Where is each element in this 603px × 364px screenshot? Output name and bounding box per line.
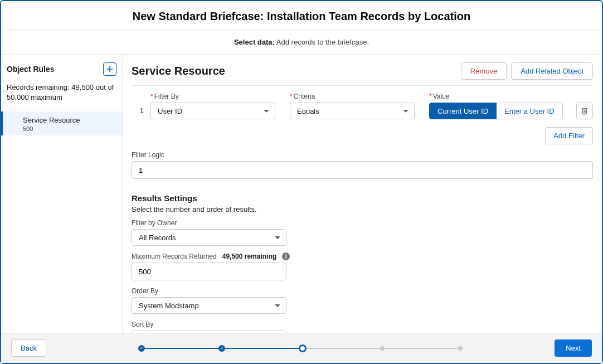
filter-row-1: 1 *Filter By User ID *Criteria Equals *V… <box>132 93 593 119</box>
records-remaining: Records remaining: 49,500 out of 50,000 … <box>1 82 122 110</box>
filter-logic-section: Filter Logic <box>132 151 593 179</box>
results-settings: Results Settings Select the number and o… <box>132 193 593 333</box>
remove-button[interactable]: Remove <box>461 62 507 80</box>
select-data-desc: Add records to the briefcase. <box>276 38 369 46</box>
current-user-id-toggle[interactable]: Current User ID <box>429 103 497 119</box>
progress-line-4 <box>385 348 458 349</box>
progress-line-2 <box>225 348 299 349</box>
order-by-group: Order By System Modstamp <box>132 287 593 314</box>
sidebar-title: Object Rules <box>7 65 55 74</box>
filter-logic-input[interactable] <box>132 161 593 179</box>
trash-icon <box>581 107 589 115</box>
modal-title: New Standard Briefcase: Installation Tea… <box>1 10 602 23</box>
criteria-col: *Criteria Equals <box>290 93 415 119</box>
criteria-select[interactable]: Equals <box>290 103 415 119</box>
filter-actions: Add Filter <box>132 127 593 144</box>
select-data-label: Select data: <box>234 38 275 46</box>
add-filter-button[interactable]: Add Filter <box>545 127 593 144</box>
filter-row-number: 1 <box>132 106 150 119</box>
progress-indicator <box>46 344 555 352</box>
info-icon[interactable]: i <box>282 253 290 260</box>
next-button[interactable]: Next <box>555 339 592 357</box>
modal-body: Object Rules Records remaining: 49,500 o… <box>1 54 602 333</box>
filter-owner-select[interactable]: All Records <box>132 229 286 246</box>
progress-step-1 <box>138 345 145 352</box>
progress-step-2 <box>218 345 225 352</box>
sidebar-item-name: Service Resource <box>23 116 116 124</box>
filter-by-col: *Filter By User ID <box>150 93 275 119</box>
max-records-group: Maximum Records Returned 49,500 remainin… <box>132 253 593 280</box>
filter-owner-group: Filter by Owner All Records <box>132 219 593 246</box>
modal-container: New Standard Briefcase: Installation Tea… <box>0 0 603 364</box>
main-header: Service Resource Remove Add Related Obje… <box>132 62 593 86</box>
sort-by-group: Sort By Descending <box>132 321 593 333</box>
modal-header: New Standard Briefcase: Installation Tea… <box>1 1 602 30</box>
add-related-object-button[interactable]: Add Related Object <box>511 62 593 80</box>
enter-user-id-toggle[interactable]: Enter a User ID <box>497 103 563 119</box>
results-sub: Select the number and order of results. <box>132 205 593 213</box>
filter-by-label: *Filter By <box>150 93 275 100</box>
order-by-label: Order By <box>132 287 593 295</box>
main-title: Service Resource <box>132 65 225 77</box>
max-records-label: Maximum Records Returned <box>132 253 217 260</box>
main-panel: Service Resource Remove Add Related Obje… <box>123 55 602 333</box>
plus-icon <box>106 66 113 72</box>
max-records-input[interactable] <box>132 263 286 280</box>
sidebar-header: Object Rules <box>1 62 122 82</box>
filter-owner-label: Filter by Owner <box>132 219 593 227</box>
sidebar-item-service-resource[interactable]: Service Resource 500 <box>1 111 122 135</box>
value-label: *Value <box>429 93 563 100</box>
back-button[interactable]: Back <box>11 339 46 357</box>
add-rule-button[interactable] <box>103 62 116 76</box>
delete-col <box>576 103 593 119</box>
results-heading: Results Settings <box>132 193 593 203</box>
progress-line-3 <box>307 348 380 349</box>
sort-by-select[interactable]: Descending <box>132 331 286 333</box>
sidebar-item-count: 500 <box>23 125 116 132</box>
modal-footer: Back Next <box>1 333 602 363</box>
order-by-select[interactable]: System Modstamp <box>132 297 286 314</box>
sort-by-label: Sort By <box>132 321 593 328</box>
progress-step-4 <box>380 346 385 351</box>
header-buttons: Remove Add Related Object <box>461 62 593 80</box>
max-records-remaining: 49,500 remaining <box>222 253 276 260</box>
progress-step-3 <box>299 344 307 352</box>
progress-step-5 <box>458 346 463 351</box>
progress-line-1 <box>145 348 218 349</box>
value-toggle: Current User ID Enter a User ID <box>429 103 563 119</box>
criteria-label: *Criteria <box>290 93 415 100</box>
filter-logic-label: Filter Logic <box>132 151 593 159</box>
max-records-label-row: Maximum Records Returned 49,500 remainin… <box>132 253 593 260</box>
sidebar: Object Rules Records remaining: 49,500 o… <box>1 55 123 333</box>
progress-track <box>138 344 463 352</box>
filter-by-select[interactable]: User ID <box>150 103 275 119</box>
delete-filter-button[interactable] <box>576 103 593 119</box>
value-col: *Value Current User ID Enter a User ID <box>429 93 563 119</box>
select-data-row: Select data: Add records to the briefcas… <box>1 30 602 54</box>
